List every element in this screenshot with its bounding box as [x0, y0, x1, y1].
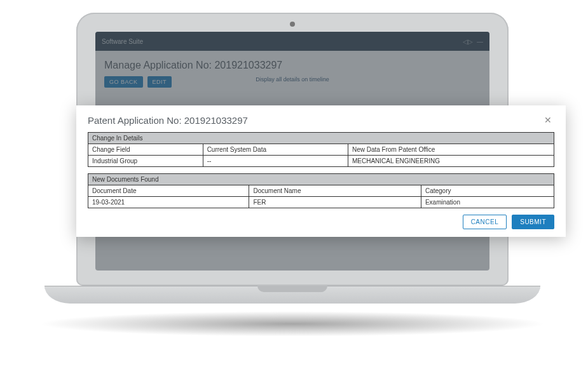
patent-modal: Patent Application No: 201921033297 ✕ Ch… [76, 105, 566, 237]
table-row: Industrial Group -- MECHANICAL ENGINEERI… [88, 156, 554, 167]
table-header-row: Change Field Current System Data New Dat… [88, 144, 554, 156]
documents-table: New Documents Found Document Date Docume… [88, 173, 554, 208]
changes-table: Change In Details Change Field Current S… [88, 132, 554, 167]
modal-title: Patent Application No: 201921033297 [88, 115, 248, 126]
laptop-shadow [38, 311, 547, 337]
laptop-base [44, 286, 540, 304]
section-heading: New Documents Found [88, 174, 554, 185]
table-row: 19-03-2021 FER Examination [88, 197, 554, 208]
table-header-row: Document Date Document Name Category [88, 185, 554, 197]
laptop-notch [257, 286, 327, 292]
submit-button[interactable]: SUBMIT [512, 215, 554, 229]
cancel-button[interactable]: CANCEL [463, 215, 507, 229]
section-heading: Change In Details [88, 133, 554, 144]
close-icon[interactable]: ✕ [542, 114, 554, 126]
camera-dot [290, 22, 295, 27]
